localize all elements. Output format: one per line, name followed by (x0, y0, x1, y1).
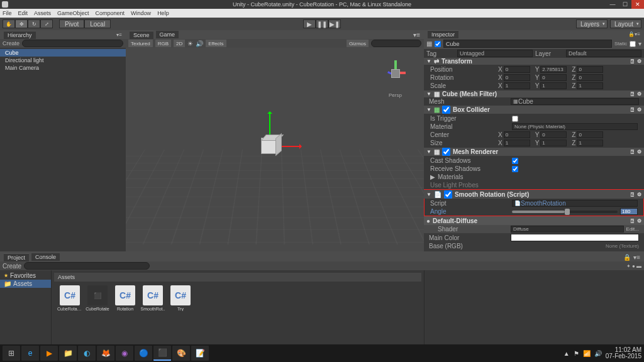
app-icon[interactable]: ◐ (78, 346, 96, 361)
help-icon[interactable]: ⍰ (631, 218, 634, 224)
hierarchy-item-light[interactable]: Directional light (0, 57, 126, 64)
asset-rotation[interactable]: C#Rotation (113, 285, 137, 311)
scene-menu-icon[interactable]: ▾≡ (413, 31, 420, 38)
move-tool[interactable]: ✥ (15, 19, 28, 28)
minimize-button[interactable]: — (606, 0, 619, 9)
project-tab[interactable]: Project (4, 253, 29, 261)
object-name-field[interactable] (443, 40, 612, 48)
rot-x[interactable] (504, 74, 530, 81)
center-y[interactable] (540, 131, 567, 138)
shader-dropdown[interactable]: Diffuse (511, 226, 624, 233)
angle-slider[interactable] (512, 211, 618, 213)
step-button[interactable]: ▶❚ (328, 19, 341, 28)
gizmo-y-axis[interactable] (269, 112, 270, 138)
script-field[interactable]: 📄 SmoothRotation (512, 200, 638, 207)
collider-enable[interactable] (442, 106, 450, 114)
cast-checkbox[interactable] (512, 158, 518, 164)
asset-smoothrot[interactable]: C#SmoothRot.. (141, 285, 165, 311)
pos-z[interactable] (577, 66, 603, 73)
tag-dropdown[interactable]: Untagged (457, 50, 533, 57)
gear-icon[interactable]: ⚙ (637, 218, 641, 224)
pos-y[interactable] (540, 66, 567, 73)
menu-help[interactable]: Help (157, 10, 169, 16)
tray-volume-icon[interactable]: 🔊 (594, 350, 602, 357)
start-button[interactable]: ⊞ (3, 346, 20, 361)
scale-y[interactable] (540, 82, 567, 89)
menu-gameobject[interactable]: GameObject (57, 10, 89, 16)
hierarchy-item-camera[interactable]: Main Camera (0, 64, 126, 72)
layer-dropdown[interactable]: Default (566, 50, 641, 57)
gear-icon[interactable]: ⚙ (637, 149, 641, 155)
material-header[interactable]: ● Default-Diffuse ⍰⚙ (424, 216, 644, 225)
close-button[interactable]: ✕ (631, 0, 644, 9)
eclipse-icon[interactable]: ◉ (116, 346, 133, 361)
orientation-gizmo[interactable]: Persp (380, 60, 411, 98)
2d-toggle[interactable]: 2D (174, 40, 185, 47)
create-dropdown[interactable]: Create (3, 40, 19, 47)
game-tab[interactable]: Game (156, 31, 179, 38)
meshfilter-header[interactable]: ▼▦ Cube (Mesh Filter) ⍰⚙ (424, 90, 644, 97)
chrome-icon[interactable]: 🔵 (135, 346, 152, 361)
script-enable[interactable] (444, 190, 452, 199)
panel-menu-icon[interactable]: ▾≡ (116, 32, 122, 38)
tray-network-icon[interactable]: 📶 (583, 350, 591, 357)
help-icon[interactable]: ⍰ (631, 58, 634, 64)
color-field[interactable] (511, 234, 639, 241)
hand-tool[interactable]: ✋ (3, 19, 15, 28)
rot-z[interactable] (577, 74, 603, 81)
menu-component[interactable]: Component (96, 10, 125, 16)
physmat-field[interactable]: None (Physic Material) (512, 123, 638, 130)
firefox-icon[interactable]: 🦊 (97, 346, 114, 361)
boxcollider-header[interactable]: ▼▦ Box Collider ⍰⚙ (424, 106, 644, 114)
static-dropdown-icon[interactable]: ▾ (638, 40, 641, 47)
project-search[interactable] (24, 262, 150, 270)
paint-icon[interactable]: 🎨 (172, 346, 190, 361)
effects-dropdown[interactable]: Effects (206, 40, 226, 47)
gear-icon[interactable]: ⚙ (637, 192, 641, 197)
menu-window[interactable]: Window (131, 10, 151, 16)
mesh-field[interactable]: ▦ Cube (511, 98, 639, 105)
panel-menu-icon[interactable]: ▾≡ (633, 254, 640, 261)
help-icon[interactable]: ⍰ (631, 91, 634, 97)
meshrenderer-header[interactable]: ▼▦ Mesh Renderer ⍰⚙ (424, 148, 644, 156)
favorites-item[interactable]: ★Favorites (0, 272, 51, 280)
renderer-enable[interactable] (442, 148, 450, 156)
scale-x[interactable] (504, 82, 530, 89)
angle-value[interactable] (620, 208, 638, 215)
scale-tool[interactable]: ⤢ (40, 19, 53, 28)
clock[interactable]: 11:02 AM 07-Feb-2015 (606, 347, 641, 359)
layers-dropdown[interactable]: Layers (576, 19, 608, 28)
hierarchy-tab[interactable]: Hierarchy (4, 31, 36, 39)
maximize-button[interactable]: ☐ (619, 0, 631, 9)
scale-z[interactable] (577, 82, 603, 89)
edit-button[interactable]: Edit... (626, 226, 639, 232)
play-button[interactable]: ▶ (303, 19, 316, 28)
scene-search[interactable] (371, 40, 421, 47)
hierarchy-item-cube[interactable]: Cube (0, 49, 126, 57)
center-z[interactable] (577, 131, 603, 138)
gear-icon[interactable]: ⚙ (637, 107, 641, 112)
rot-y[interactable] (540, 74, 567, 81)
inspector-tab[interactable]: Inspector (428, 30, 458, 38)
help-icon[interactable]: ⍰ (631, 107, 634, 112)
pivot-toggle[interactable]: Pivot (59, 19, 84, 28)
ie-icon[interactable]: e (21, 346, 39, 361)
menu-assets[interactable]: Assets (34, 10, 51, 16)
menu-edit[interactable]: Edit (18, 10, 28, 16)
light-toggle-icon[interactable]: ☀ (187, 40, 193, 47)
help-icon[interactable]: ⍰ (631, 192, 634, 197)
menu-file[interactable]: File (3, 10, 12, 16)
gizmos-dropdown[interactable]: Gizmos (347, 40, 369, 47)
explorer-icon[interactable]: 📁 (59, 346, 77, 361)
tray-up-icon[interactable]: ▲ (564, 350, 570, 357)
inspector-menu-icon[interactable]: 🔒▾≡ (628, 31, 640, 37)
pos-x[interactable] (504, 66, 530, 73)
console-tab[interactable]: Console (31, 253, 60, 261)
cube-object[interactable] (261, 138, 277, 154)
rotate-tool[interactable]: ↻ (28, 19, 40, 28)
unity-icon[interactable]: ⬛ (153, 346, 171, 361)
size-z[interactable] (577, 140, 603, 146)
local-toggle[interactable]: Local (84, 19, 111, 28)
media-icon[interactable]: ▶ (40, 346, 58, 361)
hierarchy-search[interactable] (22, 40, 123, 47)
